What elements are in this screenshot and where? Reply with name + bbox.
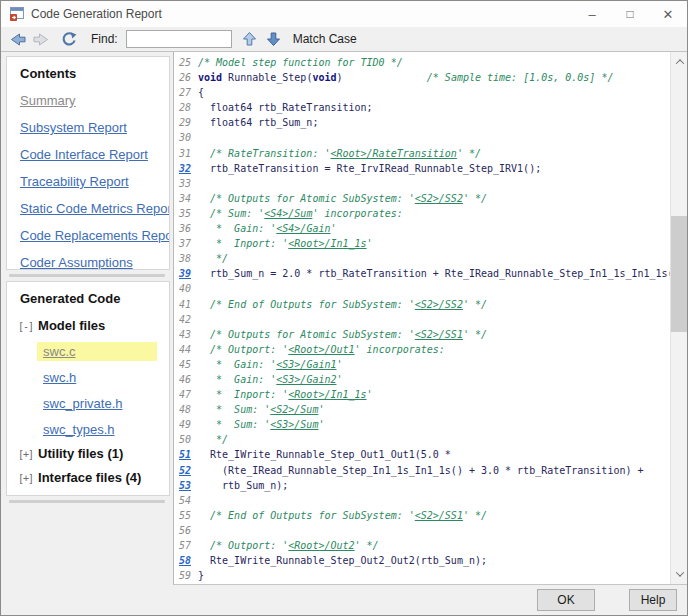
- code-text: * Gain: '<S3>/Gain2': [198, 372, 343, 387]
- contents-link-code-interface-report[interactable]: Code Interface Report: [20, 147, 160, 162]
- model-element-link[interactable]: <S3>/Sum: [270, 419, 318, 430]
- sidebar-splitter-bottom[interactable]: [9, 500, 165, 503]
- find-previous-button[interactable]: [241, 29, 259, 49]
- back-button[interactable]: [8, 29, 28, 49]
- line-number: 45: [174, 357, 198, 372]
- model-element-link[interactable]: <Root>/Out2: [288, 540, 354, 551]
- model-element-link[interactable]: <S3>/Gain1: [276, 359, 336, 370]
- contents-link-code-replacements-report[interactable]: Code Replacements Report: [20, 228, 160, 243]
- vertical-scrollbar[interactable]: [670, 52, 687, 584]
- scrollbar-thumb[interactable]: [671, 216, 687, 332]
- sidebar-splitter[interactable]: [9, 274, 165, 277]
- line-number: 29: [174, 115, 198, 130]
- line-number-link[interactable]: 32: [174, 161, 198, 176]
- line-number: 36: [174, 221, 198, 236]
- scroll-up-button[interactable]: [671, 54, 687, 70]
- code-line-49: 49 * Sum: '<S3>/Sum': [174, 417, 687, 432]
- line-number: 31: [174, 146, 198, 161]
- match-case-toggle[interactable]: Match Case: [293, 32, 357, 46]
- code-segment: ' */: [463, 510, 487, 521]
- model-element-link[interactable]: <Root>/In1_1s: [288, 389, 366, 400]
- code-line-51: 51 Rte_IWrite_Runnable_Step_Out1_Out1(5.…: [174, 447, 687, 462]
- contents-link-static-code-metrics-report[interactable]: Static Code Metrics Report: [20, 201, 160, 216]
- code-lines: 25/* Model step function for TID0 */26vo…: [174, 52, 687, 583]
- code-segment: */: [198, 434, 228, 445]
- model-element-link[interactable]: <S3>/Gain2: [276, 374, 336, 385]
- code-line-50: 50 */: [174, 432, 687, 447]
- refresh-button[interactable]: [58, 29, 78, 49]
- model-element-link[interactable]: <S2>/Sum: [270, 404, 318, 415]
- model-element-link[interactable]: <S2>/SS2: [415, 299, 463, 310]
- model-element-link[interactable]: <S2>/SS2: [415, 193, 463, 204]
- file-link-swc-private-h[interactable]: swc_private.h: [37, 394, 157, 413]
- line-number: 28: [174, 100, 198, 115]
- help-button[interactable]: Help: [629, 589, 677, 611]
- code-line-37: 37 * Inport: '<Root>/In1_1s': [174, 236, 687, 251]
- code-segment: rtb_Sum_n);: [198, 480, 288, 491]
- code-text: /* End of Outputs for SubSystem: '<S2>/S…: [198, 508, 487, 523]
- code-line-27: 27{: [174, 85, 687, 100]
- model-element-link[interactable]: <Root>/In1_1s: [288, 238, 366, 249]
- code-segment: ': [367, 238, 373, 249]
- code-text: (Rte_IRead_Runnable_Step_In1_1s_In1_1s()…: [198, 463, 644, 478]
- code-segment: /* Outputs for Atomic SubSystem: ': [198, 193, 415, 204]
- line-number-link[interactable]: 52: [174, 463, 198, 478]
- model-element-link[interactable]: <Root>/Out1: [288, 344, 354, 355]
- code-segment: /* Outport: ': [198, 344, 288, 355]
- contents-link-traceability-report[interactable]: Traceability Report: [20, 174, 160, 189]
- code-segment: }: [198, 570, 204, 581]
- code-text: {: [198, 85, 204, 100]
- expander-icon[interactable]: [-]: [18, 321, 33, 332]
- code-segment: * Gain: ': [198, 374, 276, 385]
- model-element-link[interactable]: <S2>/SS1: [415, 329, 463, 340]
- code-segment: ): [337, 72, 427, 83]
- expander-icon[interactable]: [+]: [18, 449, 33, 460]
- forward-button[interactable]: [31, 29, 51, 49]
- model-element-link[interactable]: <S4>/Gain: [276, 223, 330, 234]
- code-line-47: 47 * Inport: '<Root>/In1_1s': [174, 387, 687, 402]
- expander-icon[interactable]: [+]: [18, 473, 33, 484]
- line-number-link[interactable]: 39: [174, 266, 198, 281]
- find-next-button[interactable]: [265, 29, 283, 49]
- line-number: 49: [174, 417, 198, 432]
- file-link-swc-h[interactable]: swc.h: [37, 368, 157, 387]
- minimize-button[interactable]: –: [573, 1, 611, 27]
- code-segment: ': [318, 404, 324, 415]
- code-line-53: 53 rtb_Sum_n);: [174, 478, 687, 493]
- maximize-button[interactable]: □: [611, 1, 649, 27]
- line-number: 34: [174, 191, 198, 206]
- contents-link-summary[interactable]: Summary: [20, 93, 160, 108]
- contents-link-subsystem-report[interactable]: Subsystem Report: [20, 120, 160, 135]
- line-number: 48: [174, 402, 198, 417]
- report-window-icon: [9, 6, 25, 22]
- close-button[interactable]: ✕: [649, 1, 687, 27]
- code-text: */: [198, 251, 228, 266]
- ok-button[interactable]: OK: [537, 589, 595, 611]
- file-link-swc-c[interactable]: swc.c: [37, 342, 157, 361]
- code-text: rtb_Sum_n = 2.0 * rtb_RateTransition + R…: [198, 266, 686, 281]
- find-input[interactable]: [126, 30, 232, 48]
- code-segment: void: [312, 72, 336, 83]
- code-text: * Sum: '<S3>/Sum': [198, 417, 324, 432]
- find-toolbar: Find: Match Case: [1, 27, 687, 52]
- line-number-link[interactable]: 58: [174, 553, 198, 568]
- code-line-45: 45 * Gain: '<S3>/Gain1': [174, 357, 687, 372]
- model-element-link[interactable]: <Root>/RateTransition: [330, 148, 456, 159]
- model-element-link[interactable]: <S4>/Sum: [264, 208, 312, 219]
- line-number-link[interactable]: 53: [174, 478, 198, 493]
- code-line-41: 41 /* End of Outputs for SubSystem: '<S2…: [174, 297, 687, 312]
- model-element-link[interactable]: <S2>/SS1: [415, 510, 463, 521]
- file-link-swc-types-h[interactable]: swc_types.h: [37, 420, 157, 439]
- line-number: 55: [174, 508, 198, 523]
- code-segment: ' */: [355, 540, 379, 551]
- line-number-link[interactable]: 51: [174, 447, 198, 462]
- line-number: 25: [174, 55, 198, 70]
- code-text: /* Sum: '<S4>/Sum' incorporates:: [198, 206, 403, 221]
- code-text: Rte_IWrite_Runnable_Step_Out2_Out2(rtb_S…: [198, 553, 487, 568]
- line-number: 56: [174, 523, 198, 538]
- code-line-28: 28 float64 rtb_RateTransition;: [174, 100, 687, 115]
- contents-link-coder-assumptions[interactable]: Coder Assumptions: [20, 255, 160, 270]
- scroll-down-button[interactable]: [671, 566, 687, 582]
- back-arrow-icon: [9, 32, 27, 47]
- line-number: 44: [174, 342, 198, 357]
